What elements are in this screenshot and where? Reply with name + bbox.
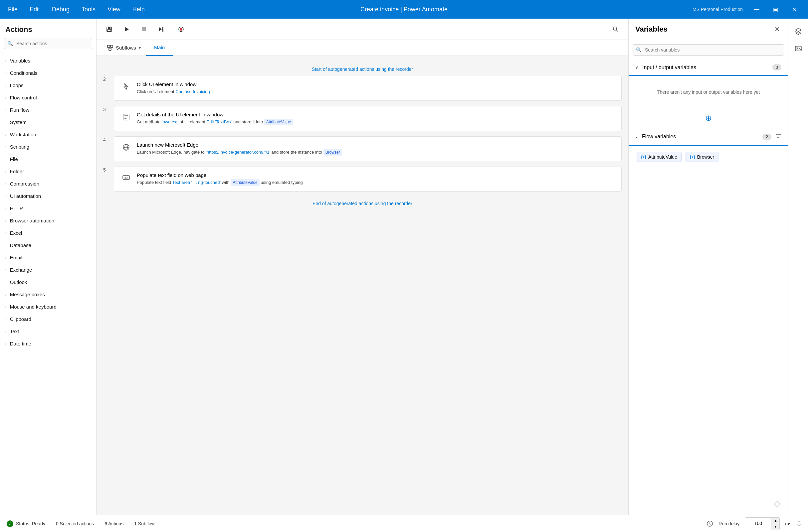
- sidebar-item-http[interactable]: › HTTP: [0, 202, 96, 214]
- chevron-icon: ›: [5, 83, 7, 88]
- chevron-icon: ›: [5, 96, 7, 100]
- sidebar-item-loops[interactable]: › Loops: [0, 79, 96, 92]
- status-icon: ✓: [7, 520, 13, 527]
- record-button[interactable]: [174, 22, 188, 37]
- svg-marker-3: [125, 27, 129, 32]
- sidebar-item-compression[interactable]: › Compression: [0, 177, 96, 190]
- textarea-link[interactable]: Text area ' ... ng-touched': [172, 180, 221, 185]
- sidebar-item-scripting[interactable]: › Scripting: [0, 141, 96, 153]
- layers-button[interactable]: [791, 24, 806, 39]
- menu-tools[interactable]: Tools: [79, 5, 98, 14]
- flow-start-label[interactable]: Start of autogenerated actions using the…: [103, 62, 622, 76]
- menu-file[interactable]: File: [5, 5, 20, 14]
- search-variables-input[interactable]: [632, 44, 784, 56]
- flow-step-populate-text[interactable]: abc Populate text field on web page Popu…: [114, 167, 622, 191]
- sidebar-item-mouse-keyboard[interactable]: › Mouse and keyboard: [0, 301, 96, 313]
- flow-step-desc: Click on UI element Contoso Invoicing: [137, 89, 614, 95]
- run-button[interactable]: [119, 22, 134, 37]
- menu-debug[interactable]: Debug: [49, 5, 72, 14]
- sidebar-item-file[interactable]: › File: [0, 153, 96, 165]
- sidebar-item-label: Flow control: [10, 95, 37, 100]
- sidebar-item-run-flow[interactable]: › Run flow: [0, 104, 96, 116]
- save-button[interactable]: [102, 22, 116, 37]
- subflows-tab[interactable]: Subflows ▾: [102, 40, 146, 56]
- sidebar-item-system[interactable]: › System: [0, 116, 96, 128]
- sidebar-item-flow-control[interactable]: › Flow control: [0, 92, 96, 104]
- sidebar-item-conditionals[interactable]: › Conditionals: [0, 67, 96, 79]
- launch-edge-icon: [121, 142, 131, 153]
- flow-variables-title: Flow variables: [642, 134, 758, 140]
- variables-search-box: 🔍: [632, 44, 784, 56]
- add-variable-button[interactable]: ⊕: [702, 112, 715, 124]
- attr-link[interactable]: 'owntext': [162, 119, 178, 125]
- window-controls: — ▣ ✕: [748, 3, 803, 16]
- svg-marker-5: [159, 27, 162, 32]
- sidebar-item-ui-automation[interactable]: › UI automation: [0, 190, 96, 202]
- flow-link[interactable]: Contoso Invoicing: [176, 89, 210, 94]
- maximize-button[interactable]: ▣: [767, 3, 784, 16]
- increment-button[interactable]: ▲: [771, 518, 779, 524]
- step-button[interactable]: [154, 22, 168, 37]
- var-name: Browser: [697, 154, 714, 159]
- variables-close-button[interactable]: ✕: [773, 24, 782, 35]
- sidebar-item-clipboard[interactable]: › Clipboard: [0, 313, 96, 325]
- chevron-icon: ›: [5, 329, 7, 334]
- flow-step-click-ui[interactable]: Click UI element in window Click on UI e…: [114, 76, 622, 101]
- flow-step-get-details[interactable]: Get details of the UI element in window …: [114, 106, 622, 131]
- flow-vars-list: {x} AttributeValue {x} Browser: [629, 146, 788, 168]
- stop-button[interactable]: [136, 22, 151, 37]
- flow-search-button[interactable]: [608, 22, 623, 37]
- sidebar-item-label: Database: [10, 242, 31, 248]
- input-output-header[interactable]: ∨ Input / output variables 0: [629, 59, 788, 76]
- var-browser[interactable]: {x} Browser: [685, 152, 718, 162]
- search-actions-input[interactable]: [4, 38, 92, 49]
- close-button[interactable]: ✕: [785, 3, 803, 16]
- sidebar-item-exchange[interactable]: › Exchange: [0, 264, 96, 276]
- flow-end-label[interactable]: End of autogenerated actions using the r…: [103, 197, 622, 210]
- app-title: Create invoice | Power Automate: [361, 6, 447, 13]
- sidebar-item-variables[interactable]: › Variables: [0, 55, 96, 67]
- info-icon[interactable]: ⓘ: [797, 521, 801, 527]
- sidebar-item-workstation[interactable]: › Workstation: [0, 128, 96, 141]
- decrement-button[interactable]: ▼: [771, 524, 779, 530]
- svg-line-10: [616, 30, 618, 32]
- sidebar-item-label: Email: [10, 255, 23, 260]
- actions-list: › Variables › Conditionals › Loops › Flo…: [0, 53, 96, 515]
- sidebar-item-label: Scripting: [10, 144, 29, 150]
- menu-view[interactable]: View: [105, 5, 123, 14]
- flow-variables-header[interactable]: ∨ Flow variables 2: [629, 128, 788, 146]
- sidebar-item-datetime[interactable]: › Date time: [0, 338, 96, 350]
- sidebar-item-text[interactable]: › Text: [0, 325, 96, 338]
- run-delay-spinner: ▲ ▼: [771, 517, 780, 530]
- main-tab-label: Main: [154, 44, 165, 50]
- chevron-icon: ›: [5, 207, 7, 210]
- sidebar-item-excel[interactable]: › Excel: [0, 227, 96, 239]
- run-delay-input[interactable]: [745, 517, 771, 529]
- variables-header: Variables ✕: [629, 19, 788, 40]
- sidebar-item-label: System: [10, 119, 26, 125]
- image-button[interactable]: [791, 41, 806, 56]
- flow-step-launch-edge[interactable]: Launch new Microsoft Edge Launch Microso…: [114, 136, 622, 161]
- minimize-button[interactable]: —: [748, 3, 766, 16]
- subflows-chevron-icon: ▾: [139, 45, 141, 50]
- url-link[interactable]: 'https://invoice-generator.com/#/1': [206, 150, 270, 155]
- element-link[interactable]: Edit 'TextBox': [206, 119, 232, 125]
- sidebar-item-label: Excel: [10, 230, 22, 236]
- chevron-icon: ›: [5, 133, 7, 137]
- var-attribute-value[interactable]: {x} AttributeValue: [637, 152, 682, 162]
- sidebar-item-label: UI automation: [10, 193, 41, 199]
- tabs-bar: Subflows ▾ Main: [96, 40, 628, 56]
- menu-edit[interactable]: Edit: [27, 5, 42, 14]
- flow-step-title: Click UI element in window: [137, 81, 614, 87]
- variables-title: Variables: [635, 25, 773, 34]
- sidebar-item-browser-automation[interactable]: › Browser automation: [0, 214, 96, 227]
- sidebar-item-message-boxes[interactable]: › Message boxes: [0, 288, 96, 301]
- main-tab[interactable]: Main: [146, 40, 173, 56]
- chevron-icon: ›: [5, 256, 7, 260]
- sidebar-item-folder[interactable]: › Folder: [0, 165, 96, 177]
- menu-help[interactable]: Help: [130, 5, 147, 14]
- sidebar-item-email[interactable]: › Email: [0, 251, 96, 264]
- flow-variables-filter-button[interactable]: [775, 133, 782, 140]
- sidebar-item-outlook[interactable]: › Outlook: [0, 276, 96, 288]
- sidebar-item-database[interactable]: › Database: [0, 239, 96, 251]
